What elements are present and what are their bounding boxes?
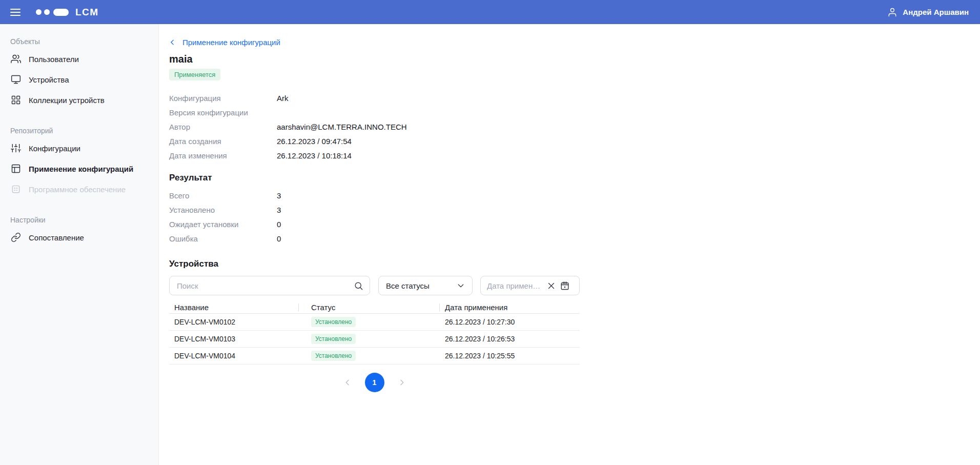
result-row: Установлено 3 [169,203,580,217]
table-row[interactable]: DEV-LCM-VM0104 Установлено 26.12.2023 / … [169,348,580,365]
back-link-label: Применение конфигураций [182,38,280,47]
result-value: 0 [277,234,281,243]
sidebar-section-repository: Репозиторий [10,127,158,135]
sidebar-item-configurations[interactable]: Конфигурации [10,138,158,158]
users-icon [10,53,22,65]
detail-value: aarshavin@LCM.TERRA.INNO.TECH [277,123,407,131]
result-value: 0 [277,220,281,229]
logo-text: LCM [75,7,99,18]
main-area: Применение конфигураций maia Применяется… [159,24,980,465]
top-bar: LCM Андрей Аршавин [0,0,980,24]
sidebar-item-device-collections[interactable]: Коллекции устройств [10,90,158,110]
devices-heading: Устройства [169,259,580,269]
result-row: Ошибка 0 [169,231,580,246]
search-icon [354,281,363,291]
back-link[interactable]: Применение конфигураций [169,38,280,47]
logo-dot-icon [36,9,42,15]
pagination-prev-icon[interactable] [343,378,352,387]
sidebar-item-label: Применение конфигураций [29,165,133,173]
result-label: Всего [169,191,277,200]
detail-label: Автор [169,123,277,131]
sidebar-item-mapping[interactable]: Сопоставление [10,227,158,248]
result-value: 3 [277,191,281,200]
sliders-icon [10,143,22,154]
result-label: Ошибка [169,234,277,243]
result-list: Всего 3 Установлено 3 Ожидает установки … [169,188,580,246]
detail-row: Дата изменения 26.12.2023 / 10:18:14 [169,148,580,163]
pagination-next-icon[interactable] [398,378,406,387]
app-logo: LCM [36,7,99,18]
detail-row: Автор aarshavin@LCM.TERRA.INNO.TECH [169,119,580,134]
device-apply-date: 26.12.2023 / 10:27:30 [439,314,580,330]
detail-row: Версия конфигурации [169,105,580,119]
result-row: Всего 3 [169,188,580,203]
device-status-badge: Установлено [311,317,356,327]
detail-label: Конфигурация [169,94,277,103]
chevron-left-icon [169,39,176,46]
page-title: maia [169,53,580,65]
user-name: Андрей Аршавин [903,8,969,16]
user-icon [887,7,897,17]
pagination: 1 [169,373,580,392]
device-status-badge: Установлено [311,334,356,344]
date-filter-input[interactable] [487,281,542,290]
package-icon [10,184,22,195]
sidebar: Объекты Пользователи Устройства Коллекци… [0,24,159,465]
device-apply-date: 26.12.2023 / 10:26:53 [439,331,580,347]
sidebar-item-users[interactable]: Пользователи [10,49,158,69]
detail-value: 26.12.2023 / 09:47:54 [277,137,352,146]
device-name: DEV-LCM-VM0104 [169,348,298,364]
table-row[interactable]: DEV-LCM-VM0102 Установлено 26.12.2023 / … [169,314,580,331]
clear-icon[interactable] [547,281,556,290]
device-name: DEV-LCM-VM0102 [169,314,298,330]
sidebar-item-label: Конфигурации [29,144,80,153]
search-input[interactable] [177,281,350,290]
device-apply-date: 26.12.2023 / 10:25:55 [439,348,580,364]
sidebar-item-config-applications[interactable]: Применение конфигураций [10,158,158,179]
detail-row: Конфигурация Ark [169,91,580,105]
detail-label: Дата создания [169,137,277,146]
hamburger-menu-icon[interactable] [10,9,21,16]
result-label: Ожидает установки [169,220,277,229]
devices-filters: Все статусы [169,276,580,295]
sidebar-section-settings: Настройки [10,216,158,224]
link-icon [10,232,22,243]
result-value: 3 [277,206,281,214]
user-menu[interactable]: Андрей Аршавин [887,7,969,17]
column-header-date: Дата применения [439,301,580,313]
sidebar-item-devices[interactable]: Устройства [10,69,158,90]
pagination-page-1[interactable]: 1 [365,373,384,392]
detail-value: 26.12.2023 / 10:18:14 [277,151,352,160]
sidebar-item-label: Программное обеспечение [29,185,126,194]
detail-value: Ark [277,94,289,103]
column-header-status: Статус [298,301,439,313]
detail-label: Версия конфигурации [169,108,277,117]
result-label: Установлено [169,206,277,214]
grid-icon [10,94,22,106]
sidebar-item-software: Программное обеспечение [10,179,158,199]
details-list: Конфигурация Ark Версия конфигурации Авт… [169,91,580,163]
result-heading: Результат [169,173,580,183]
detail-label: Дата изменения [169,151,277,160]
layout-icon [10,163,22,174]
detail-row: Дата создания 26.12.2023 / 09:47:54 [169,134,580,148]
sidebar-item-label: Устройства [29,75,69,84]
monitor-icon [10,74,22,85]
date-filter-field [480,276,580,295]
device-status-badge: Установлено [311,351,356,361]
search-field [169,276,370,295]
sidebar-section-objects: Объекты [10,37,158,46]
sidebar-item-label: Коллекции устройств [29,96,105,105]
device-name: DEV-LCM-VM0103 [169,331,298,347]
table-header-row: Название Статус Дата применения [169,301,580,314]
result-row: Ожидает установки 0 [169,217,580,231]
sidebar-item-label: Пользователи [29,55,79,64]
devices-table: Название Статус Дата применения DEV-LCM-… [169,301,580,365]
status-filter-select[interactable]: Все статусы [378,276,473,295]
column-header-name: Название [169,301,298,313]
chevron-down-icon [457,281,465,290]
logo-pill-icon [53,9,69,16]
calendar-icon[interactable] [560,281,569,290]
table-row[interactable]: DEV-LCM-VM0103 Установлено 26.12.2023 / … [169,331,580,348]
sidebar-item-label: Сопоставление [29,233,84,242]
